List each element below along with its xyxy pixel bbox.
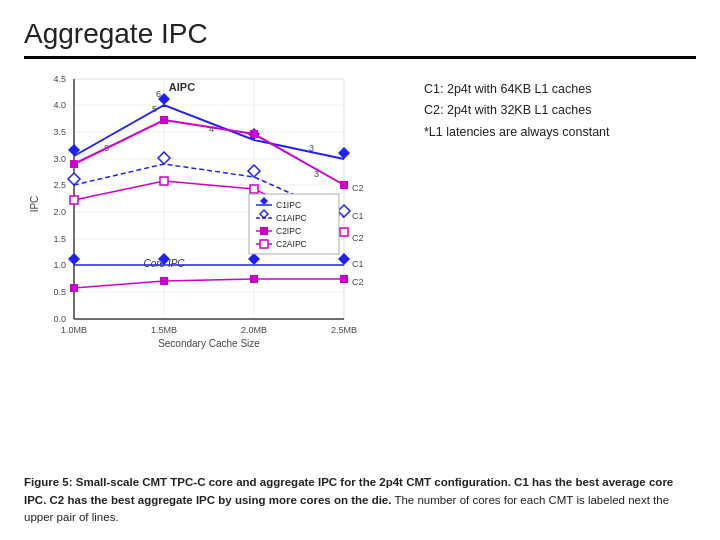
svg-text:0.5: 0.5	[53, 287, 66, 297]
svg-text:Secondary Cache Size: Secondary Cache Size	[158, 338, 260, 349]
svg-rect-79	[260, 227, 268, 235]
svg-text:2.5MB: 2.5MB	[331, 325, 357, 335]
info-panel: C1: 2p4t with 64KB L1 caches C2: 2p4t wi…	[424, 69, 696, 466]
svg-text:IPC: IPC	[29, 196, 40, 213]
divider	[24, 56, 696, 59]
svg-rect-67	[160, 277, 168, 285]
page: Aggregate IPC	[0, 0, 720, 540]
svg-text:2.0MB: 2.0MB	[241, 325, 267, 335]
svg-text:4: 4	[209, 124, 214, 134]
svg-rect-43	[70, 160, 78, 168]
caption-area: Figure 5: Small-scale CMT TPC-C core and…	[24, 474, 696, 526]
svg-text:C1: C1	[352, 259, 364, 269]
svg-text:1.5MB: 1.5MB	[151, 325, 177, 335]
svg-rect-57	[160, 177, 168, 185]
svg-text:1.0MB: 1.0MB	[61, 325, 87, 335]
svg-rect-58	[250, 185, 258, 193]
svg-rect-46	[340, 181, 348, 189]
svg-text:2.5: 2.5	[53, 180, 66, 190]
svg-rect-66	[70, 284, 78, 292]
chart-svg: 0.0 0.5 1.0 1.5 2.0 2.5 3.0 3.5 4.0 4.5 …	[24, 69, 414, 379]
svg-text:AIPC: AIPC	[169, 81, 195, 93]
svg-text:4.0: 4.0	[53, 100, 66, 110]
svg-text:5: 5	[152, 104, 157, 114]
svg-text:3.0: 3.0	[53, 154, 66, 164]
chart-area: 0.0 0.5 1.0 1.5 2.0 2.5 3.0 3.5 4.0 4.5 …	[24, 69, 414, 466]
page-title: Aggregate IPC	[24, 18, 696, 50]
svg-text:4.5: 4.5	[53, 74, 66, 84]
svg-text:C2: C2	[352, 183, 364, 193]
svg-text:C2IPC: C2IPC	[276, 226, 301, 236]
svg-text:C1IPC: C1IPC	[276, 200, 301, 210]
svg-text:2.0: 2.0	[53, 207, 66, 217]
svg-text:C2AIPC: C2AIPC	[276, 239, 307, 249]
content-row: 0.0 0.5 1.0 1.5 2.0 2.5 3.0 3.5 4.0 4.5 …	[24, 69, 696, 466]
svg-text:3.5: 3.5	[53, 127, 66, 137]
info-line3: *L1 latencies are always constant	[424, 122, 696, 143]
svg-text:C2: C2	[352, 277, 364, 287]
info-line1: C1: 2p4t with 64KB L1 caches	[424, 79, 696, 100]
svg-text:1.5: 1.5	[53, 234, 66, 244]
svg-rect-44	[160, 116, 168, 124]
svg-rect-56	[70, 196, 78, 204]
svg-text:3: 3	[314, 169, 319, 179]
svg-rect-69	[340, 275, 348, 283]
svg-text:3: 3	[309, 143, 314, 153]
svg-text:1.0: 1.0	[53, 260, 66, 270]
svg-text:C1AIPC: C1AIPC	[276, 213, 307, 223]
info-line2: C2: 2p4t with 32KB L1 caches	[424, 100, 696, 121]
svg-text:6: 6	[156, 89, 161, 99]
svg-rect-59	[340, 228, 348, 236]
svg-text:0.0: 0.0	[53, 314, 66, 324]
svg-text:C1: C1	[352, 211, 364, 221]
svg-rect-82	[260, 240, 268, 248]
svg-text:C2: C2	[352, 233, 364, 243]
svg-rect-45	[250, 130, 258, 138]
svg-rect-68	[250, 275, 258, 283]
